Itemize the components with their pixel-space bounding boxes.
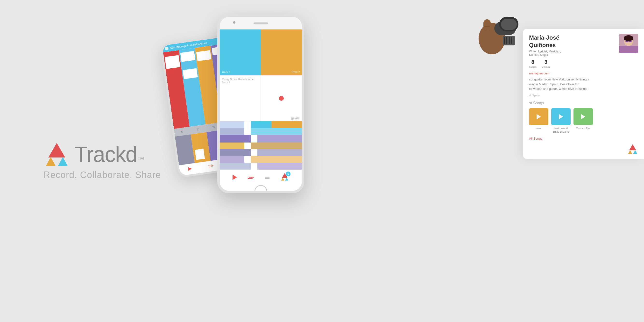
svg-marker-5 bbox=[285, 178, 288, 180]
svg-point-23 bbox=[624, 35, 634, 41]
collabs-count: 3 bbox=[542, 59, 550, 65]
brand-name: Trackd ™ bbox=[74, 142, 144, 167]
svg-rect-10 bbox=[501, 19, 517, 30]
strip-row-5 bbox=[220, 149, 302, 156]
play-icon-song3 bbox=[581, 114, 585, 119]
song-card-3[interactable]: Cast an Eye bbox=[574, 108, 593, 134]
home-button[interactable] bbox=[254, 185, 267, 193]
menu-icon-front[interactable] bbox=[265, 176, 270, 179]
front-tracks-grid: Track 1 Track 2 Cassy Brown Rathebourne … bbox=[220, 30, 302, 121]
songs-count: 8 bbox=[529, 59, 536, 65]
timestamp: 01:25 bbox=[291, 118, 298, 121]
profile-stats: 8 Songs 3 Collabs bbox=[529, 59, 615, 68]
mix-icon-back[interactable] bbox=[208, 164, 214, 168]
notification-badge: 6 bbox=[286, 172, 290, 176]
svg-marker-26 bbox=[633, 150, 637, 154]
songs-label: Songs bbox=[529, 65, 536, 68]
phone-speaker bbox=[254, 22, 268, 24]
front-track2[interactable]: Track 2 bbox=[261, 30, 302, 75]
mic-hand-svg bbox=[460, 7, 528, 56]
phone-top-bezel bbox=[220, 17, 302, 30]
profile-panel: María-José Quiñones Writer, Lyricist, Mu… bbox=[523, 29, 644, 159]
songs-stat: 8 Songs bbox=[529, 59, 536, 68]
block-t2-1 bbox=[196, 50, 212, 61]
message-bubble-icon bbox=[165, 47, 168, 50]
front-phone-bottom: 6 bbox=[220, 170, 302, 193]
label-m: M bbox=[174, 129, 190, 134]
avatar-image bbox=[619, 34, 638, 53]
svg-rect-13 bbox=[506, 37, 507, 44]
phone-front: Track 1 Track 2 Cassy Brown Rathebourne … bbox=[217, 14, 304, 193]
play-icon-song2 bbox=[559, 114, 563, 119]
strip-row-1 bbox=[220, 121, 302, 128]
loop-white-block bbox=[195, 148, 205, 160]
block-t1-2 bbox=[182, 68, 198, 79]
svg-rect-14 bbox=[509, 37, 510, 44]
song-title-1: mer bbox=[536, 126, 541, 130]
collabs-label: Collabs bbox=[542, 65, 550, 68]
collabs-stat: 3 Collabs bbox=[542, 59, 550, 68]
profile-link[interactable]: mariajose.com bbox=[529, 72, 638, 75]
screen-wrapper: Track 1 Track 2 Cassy Brown Rathebourne … bbox=[220, 30, 302, 170]
strip-row-3 bbox=[220, 135, 302, 142]
play-icon-front[interactable] bbox=[232, 175, 237, 180]
trackd-panel-logo bbox=[627, 144, 638, 154]
front-track1[interactable]: Track 1 bbox=[220, 30, 261, 75]
song-card-1[interactable]: mer bbox=[529, 108, 548, 134]
profile-bio: songwriter from New York, currently livi… bbox=[529, 77, 638, 91]
profile-info: María-José Quiñones Writer, Lyricist, Mu… bbox=[529, 34, 615, 68]
profile-header: María-José Quiñones Writer, Lyricist, Mu… bbox=[529, 34, 638, 68]
play-icon-song1 bbox=[536, 114, 541, 119]
svg-marker-4 bbox=[281, 178, 284, 180]
label-t1: T1 bbox=[190, 127, 206, 132]
logo-row: Trackd ™ bbox=[44, 142, 144, 167]
trackd-logo-small-panel bbox=[529, 144, 638, 154]
color-strips bbox=[220, 121, 302, 170]
song-title-2: Lost Love & Brittle Dreams bbox=[552, 126, 570, 134]
svg-marker-25 bbox=[628, 150, 632, 154]
track2-label: Track 2 bbox=[291, 70, 300, 74]
song-thumb-3 bbox=[574, 108, 593, 125]
profile-name: María-José Quiñones bbox=[529, 34, 615, 49]
artist-label: Cassy Brown Rathebourne Track 3 bbox=[222, 78, 254, 84]
profile-avatar bbox=[619, 34, 638, 53]
svg-rect-15 bbox=[511, 37, 512, 44]
strip-row-6 bbox=[220, 156, 302, 163]
front-track3[interactable]: Cassy Brown Rathebourne Track 3 bbox=[220, 75, 261, 121]
svg-marker-24 bbox=[629, 144, 636, 150]
profile-roles: Writer, Lyricist, Musician, Dancer, Sing… bbox=[529, 50, 615, 56]
front-phone-screen: Track 1 Track 2 Cassy Brown Rathebourne … bbox=[220, 30, 302, 170]
trackd-logo-triangles bbox=[44, 143, 70, 166]
microphone-hand-illustration bbox=[460, 7, 528, 56]
view-all-songs[interactable]: All Songs bbox=[529, 137, 638, 140]
artist-name: Cassy Brown Rathebourne bbox=[222, 78, 254, 81]
svg-marker-2 bbox=[58, 157, 68, 166]
logo-section: Trackd ™ Record, Collaborate, Share bbox=[44, 142, 161, 180]
track3-label: Track 3 bbox=[222, 81, 230, 84]
svg-rect-12 bbox=[504, 37, 505, 44]
song-card-2[interactable]: Lost Love & Brittle Dreams bbox=[551, 108, 570, 134]
play-icon-back[interactable] bbox=[188, 167, 192, 171]
song-title-3: Cast an Eye bbox=[576, 126, 590, 130]
best-songs-title: st Songs bbox=[529, 101, 638, 105]
strip-row-2 bbox=[220, 128, 302, 135]
front-bottom-icons: 6 bbox=[220, 170, 302, 185]
record-dot bbox=[279, 96, 284, 101]
strip-row-7 bbox=[220, 163, 302, 170]
profile-location: d, Spain bbox=[529, 94, 638, 97]
phone-camera bbox=[233, 21, 236, 24]
tagline: Record, Collaborate, Share bbox=[44, 170, 161, 180]
svg-marker-1 bbox=[46, 157, 56, 166]
block-t1-1 bbox=[180, 51, 195, 62]
song-thumb-2 bbox=[551, 108, 570, 125]
songs-row: mer Lost Love & Brittle Dreams Cast an E… bbox=[529, 108, 638, 134]
track1-label: Track 1 bbox=[222, 70, 230, 74]
home-button-area[interactable] bbox=[220, 185, 302, 193]
strip-row-4 bbox=[220, 142, 302, 149]
song-thumb-1 bbox=[529, 108, 548, 125]
front-record[interactable]: Record bbox=[261, 75, 302, 121]
block-m1 bbox=[165, 55, 180, 69]
mix-icon-front[interactable] bbox=[248, 176, 254, 179]
trackd-icon-front[interactable]: 6 bbox=[280, 173, 289, 182]
svg-marker-0 bbox=[48, 143, 65, 158]
